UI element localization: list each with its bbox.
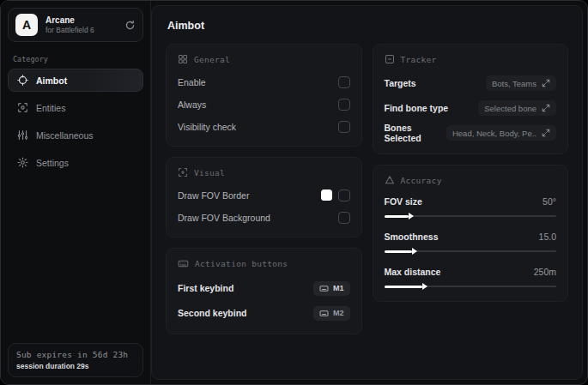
slider-fill xyxy=(385,215,409,218)
bones-selected-dropdown[interactable]: Head, Neck, Body, Pe.. xyxy=(446,125,556,141)
sidebar-item-miscellaneous[interactable]: Miscellaneous xyxy=(8,123,143,147)
fov-border-color-swatch[interactable] xyxy=(321,189,332,201)
slider-thumb[interactable] xyxy=(409,213,414,220)
setting-label: First keybind xyxy=(178,283,233,293)
grid-icon xyxy=(178,54,188,64)
setting-row: Enable xyxy=(178,72,350,92)
minus-square-icon xyxy=(385,54,395,64)
sidebar-item-label: Miscellaneous xyxy=(36,130,94,141)
slider-value: 50° xyxy=(543,196,556,207)
setting-row: First keybind M1 xyxy=(178,277,350,299)
fov-size-slider[interactable] xyxy=(385,213,557,220)
sidebar-item-label: Aimbot xyxy=(36,75,67,86)
main-panel: Aimbot General Enable xyxy=(151,5,583,380)
app-logo-card: A Arcane for Battlefield 6 xyxy=(8,8,143,42)
setting-row: Bones Selected Head, Neck, Body, Pe.. xyxy=(385,122,557,144)
sidebar-item-entities[interactable]: Entities xyxy=(8,96,143,119)
app-subtitle: for Battlefield 6 xyxy=(45,26,94,34)
setting-label: Max distance xyxy=(385,267,441,277)
page-title: Aimbot xyxy=(167,20,567,32)
sidebar-item-label: Entities xyxy=(36,103,65,113)
app-logo: A xyxy=(15,14,38,36)
card-title: Tracker xyxy=(401,55,437,64)
slider-fill xyxy=(385,286,422,288)
refresh-icon xyxy=(124,20,136,31)
gear-icon xyxy=(17,157,28,168)
first-keybind-button[interactable]: M1 xyxy=(313,281,350,296)
sidebar: A Arcane for Battlefield 6 Category Ai xyxy=(1,1,151,384)
crosshair-icon xyxy=(17,75,28,86)
setting-label: Find bone type xyxy=(385,103,449,113)
slider-thumb[interactable] xyxy=(412,248,417,255)
setting-label: Always xyxy=(178,99,206,110)
card-title: General xyxy=(194,55,230,64)
setting-label: Draw FOV Border xyxy=(178,190,249,201)
sliders-icon xyxy=(17,129,28,141)
keyboard-icon xyxy=(319,284,329,293)
entities-icon xyxy=(17,102,28,113)
setting-row: Find bone type Selected bone xyxy=(385,97,557,119)
left-column: General Enable Always Visibility check xyxy=(166,44,362,334)
sub-expires-text: Sub expires in 56d 23h xyxy=(16,350,135,359)
slider-thumb[interactable] xyxy=(422,283,427,290)
keyboard-icon xyxy=(319,309,329,318)
right-column: Tracker Targets Bots, Teams xyxy=(373,44,569,302)
setting-row: Targets Bots, Teams xyxy=(385,72,557,94)
setting-label: Draw FOV Background xyxy=(178,213,270,223)
visibility-check-checkbox[interactable] xyxy=(338,121,350,133)
fov-size-setting: FOV size 50° xyxy=(385,193,557,220)
max-distance-slider[interactable] xyxy=(385,283,557,290)
setting-label: FOV size xyxy=(385,196,422,207)
dropdown-value: Bots, Teams xyxy=(492,79,536,88)
refresh-button[interactable] xyxy=(124,20,136,31)
sidebar-item-label: Settings xyxy=(36,158,69,168)
dropdown-value: Head, Neck, Body, Pe.. xyxy=(452,129,536,138)
tracker-card: Tracker Targets Bots, Teams xyxy=(373,44,569,154)
setting-label: Second keybind xyxy=(178,308,247,318)
general-card: General Enable Always Visibility check xyxy=(166,44,362,147)
subscription-info-card: Sub expires in 56d 23h session duration … xyxy=(8,343,143,377)
card-title: Activation buttons xyxy=(195,259,288,268)
card-title: Visual xyxy=(194,168,225,177)
accuracy-card: Accuracy FOV size 50° xyxy=(373,165,569,302)
app-name: Arcane xyxy=(45,15,94,25)
expand-icon xyxy=(542,129,550,137)
slider-value: 250m xyxy=(534,267,556,277)
setting-label: Bones Selected xyxy=(385,123,446,143)
session-duration-text: session duration 29s xyxy=(16,362,135,370)
draw-fov-background-checkbox[interactable] xyxy=(338,212,350,224)
setting-row: Always xyxy=(178,94,350,114)
smoothness-setting: Smoothness 15.0 xyxy=(385,228,557,255)
expand-icon xyxy=(542,104,550,112)
setting-label: Visibility check xyxy=(178,122,236,132)
keybind-value: M1 xyxy=(333,284,344,292)
max-distance-setting: Max distance 250m xyxy=(385,263,557,290)
setting-row: Visibility check xyxy=(178,117,350,136)
focus-icon xyxy=(178,167,188,177)
enable-checkbox[interactable] xyxy=(338,76,350,88)
category-label: Category xyxy=(13,55,138,63)
setting-row: Second keybind M2 xyxy=(178,302,350,324)
activation-buttons-card: Activation buttons First keybind M1 xyxy=(166,248,362,334)
setting-label: Smoothness xyxy=(385,232,439,242)
slider-fill xyxy=(385,250,412,253)
always-checkbox[interactable] xyxy=(338,99,350,111)
draw-fov-border-checkbox[interactable] xyxy=(338,189,350,202)
find-bone-type-dropdown[interactable]: Selected bone xyxy=(478,100,556,116)
second-keybind-button[interactable]: M2 xyxy=(313,306,350,321)
sidebar-item-settings[interactable]: Settings xyxy=(8,151,143,174)
sidebar-item-aimbot[interactable]: Aimbot xyxy=(8,69,143,92)
keyboard-icon xyxy=(178,258,189,269)
visual-card: Visual Draw FOV Border Draw FOV Backgrou… xyxy=(166,157,362,238)
setting-row: Draw FOV Background xyxy=(178,208,350,227)
card-title: Accuracy xyxy=(401,176,442,185)
keybind-value: M2 xyxy=(333,309,344,317)
triangle-icon xyxy=(385,175,395,185)
targets-dropdown[interactable]: Bots, Teams xyxy=(486,75,556,91)
smoothness-slider[interactable] xyxy=(385,248,557,255)
app-window: A Arcane for Battlefield 6 Category Ai xyxy=(0,0,588,385)
slider-value: 15.0 xyxy=(539,232,556,242)
setting-label: Enable xyxy=(178,77,206,87)
dropdown-value: Selected bone xyxy=(484,104,536,113)
setting-row: Draw FOV Border xyxy=(178,185,350,205)
